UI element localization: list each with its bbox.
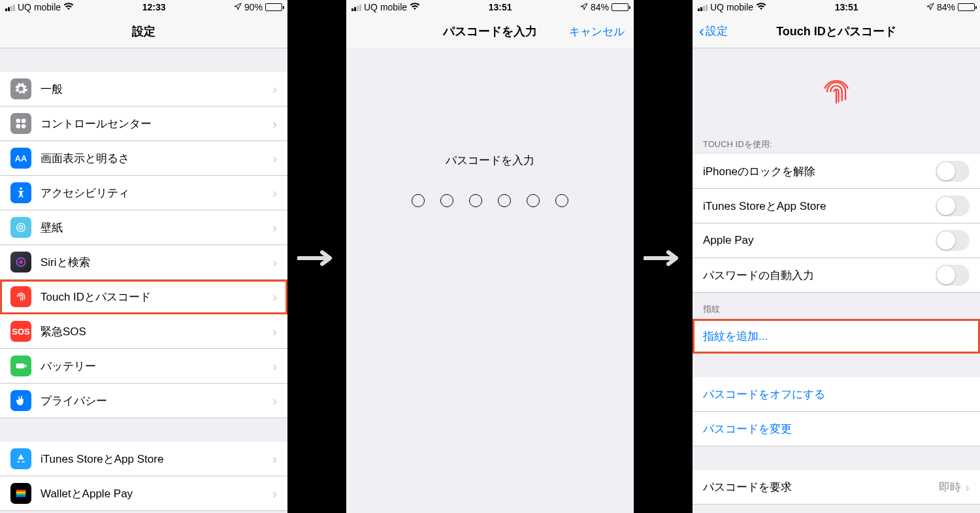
label: iTunes StoreとApp Store — [41, 452, 272, 467]
row-sos[interactable]: SOS 緊急SOS › — [0, 314, 287, 349]
row-unlock-iphone[interactable]: iPhoneのロックを解除 — [693, 154, 980, 189]
svg-rect-2 — [16, 124, 20, 128]
svg-rect-11 — [25, 365, 26, 367]
toggle-unlock[interactable] — [936, 161, 970, 182]
passcode-dot — [440, 194, 453, 207]
screen-passcode-entry: UQ mobile 13:51 84% パスコードを入力 キャンセル パスコード… — [346, 0, 634, 513]
row-itunes-store[interactable]: iTunes StoreとApp Store › — [0, 442, 287, 476]
label: Touch IDとパスコード — [41, 290, 272, 305]
arrow-right-icon — [297, 250, 336, 263]
screen-touchid-settings: UQ mobile 13:51 84% ‹ 設定 Touch IDとパスコード — [693, 0, 980, 513]
svg-point-3 — [22, 124, 25, 128]
passcode-dot — [555, 194, 568, 207]
svg-rect-14 — [16, 493, 26, 495]
wifi-icon — [756, 2, 766, 12]
row-wallpaper[interactable]: 壁紙 › — [0, 210, 287, 245]
svg-rect-10 — [16, 363, 25, 368]
row-require-passcode[interactable]: パスコードを要求 即時 › — [693, 470, 980, 505]
clock: 12:33 — [142, 2, 166, 12]
label: 緊急SOS — [41, 324, 272, 339]
section-header-finger: 指紋 — [693, 293, 980, 319]
status-bar: UQ mobile 13:51 84% — [346, 0, 634, 14]
svg-point-6 — [17, 223, 25, 232]
label: Apple Pay — [703, 234, 936, 247]
chevron-right-icon: › — [272, 324, 277, 339]
wallet-icon — [10, 483, 31, 504]
back-button[interactable]: ‹ 設定 — [699, 24, 728, 39]
svg-rect-0 — [16, 119, 20, 123]
chevron-right-icon: › — [272, 452, 277, 467]
carrier-label: UQ mobile — [18, 2, 61, 12]
row-display[interactable]: AA 画面表示と明るさ › — [0, 141, 287, 176]
arrow-right-icon — [644, 250, 683, 263]
fingerprint-hero — [693, 48, 980, 128]
page-title: Touch IDとパスコード — [776, 24, 896, 39]
label: パスコードを変更 — [703, 422, 970, 437]
row-add-fingerprint[interactable]: 指紋を追加... — [693, 319, 980, 354]
wifi-icon — [410, 2, 420, 12]
passcode-prompt: パスコードを入力 — [346, 153, 634, 168]
chevron-right-icon: › — [272, 359, 277, 374]
row-accessibility[interactable]: アクセシビリティ › — [0, 176, 287, 210]
toggle-itunes[interactable] — [936, 195, 970, 216]
row-general[interactable]: 一般 › — [0, 72, 287, 107]
location-icon — [580, 2, 588, 12]
cancel-button[interactable]: キャンセル — [569, 24, 625, 39]
row-wallet[interactable]: WalletとApple Pay › — [0, 476, 287, 511]
svg-rect-1 — [22, 119, 25, 123]
label: パスコードを要求 — [703, 480, 939, 495]
arrow-divider — [634, 0, 693, 513]
value: 即時 — [939, 480, 961, 495]
label: 壁紙 — [41, 220, 272, 235]
row-touchid-passcode[interactable]: Touch IDとパスコード › — [0, 280, 287, 314]
chevron-right-icon: › — [272, 290, 277, 305]
row-itunes-toggle[interactable]: iTunes StoreとApp Store — [693, 189, 980, 223]
toggle-autofill[interactable] — [936, 265, 970, 286]
row-control-center[interactable]: コントロールセンター › — [0, 107, 287, 141]
label: 画面表示と明るさ — [41, 151, 272, 166]
battery-icon — [612, 3, 629, 11]
toggle-applepay[interactable] — [936, 230, 970, 251]
passcode-dots — [346, 194, 634, 207]
row-battery[interactable]: バッテリー › — [0, 349, 287, 384]
svg-point-7 — [19, 225, 23, 229]
row-passcode-off[interactable]: パスコードをオフにする — [693, 377, 980, 412]
row-siri[interactable]: Siriと検索 › — [0, 245, 287, 280]
row-privacy[interactable]: プライバシー › — [0, 384, 287, 418]
battery-icon — [10, 356, 31, 376]
svg-rect-12 — [16, 490, 26, 492]
svg-point-5 — [20, 188, 22, 190]
label: アクセシビリティ — [41, 186, 272, 201]
svg-text:AA: AA — [15, 154, 27, 163]
control-center-icon — [10, 113, 31, 134]
chevron-right-icon: › — [272, 255, 277, 270]
section-header-use: TOUCH IDを使用: — [693, 128, 980, 154]
row-applepay-toggle[interactable]: Apple Pay — [693, 223, 980, 258]
battery-icon — [265, 3, 282, 11]
svg-rect-13 — [16, 491, 26, 493]
row-autofill-toggle[interactable]: パスワードの自動入力 — [693, 258, 980, 293]
location-icon — [234, 2, 242, 12]
label: コントロールセンター — [41, 116, 272, 131]
back-label: 設定 — [706, 24, 728, 39]
chevron-right-icon: › — [272, 151, 277, 166]
label: iPhoneのロックを解除 — [703, 164, 936, 179]
battery-percent: 84% — [591, 2, 609, 12]
chevron-right-icon: › — [272, 393, 277, 408]
label: iTunes StoreとApp Store — [703, 199, 936, 214]
row-passcode-change[interactable]: パスコードを変更 — [693, 412, 980, 446]
siri-icon — [10, 252, 31, 273]
label: Siriと検索 — [41, 255, 272, 270]
label: パスワードの自動入力 — [703, 268, 936, 283]
sos-icon: SOS — [10, 321, 31, 342]
clock: 13:51 — [835, 2, 858, 12]
status-bar: UQ mobile 12:33 90% — [0, 0, 287, 14]
passcode-dot — [498, 194, 511, 207]
page-title: 設定 — [132, 24, 155, 39]
navbar: ‹ 設定 Touch IDとパスコード — [693, 14, 980, 48]
chevron-right-icon: › — [272, 116, 277, 131]
svg-point-9 — [19, 260, 23, 264]
chevron-right-icon: › — [272, 82, 277, 97]
chevron-right-icon: › — [965, 480, 970, 495]
navbar: パスコードを入力 キャンセル — [346, 14, 634, 48]
